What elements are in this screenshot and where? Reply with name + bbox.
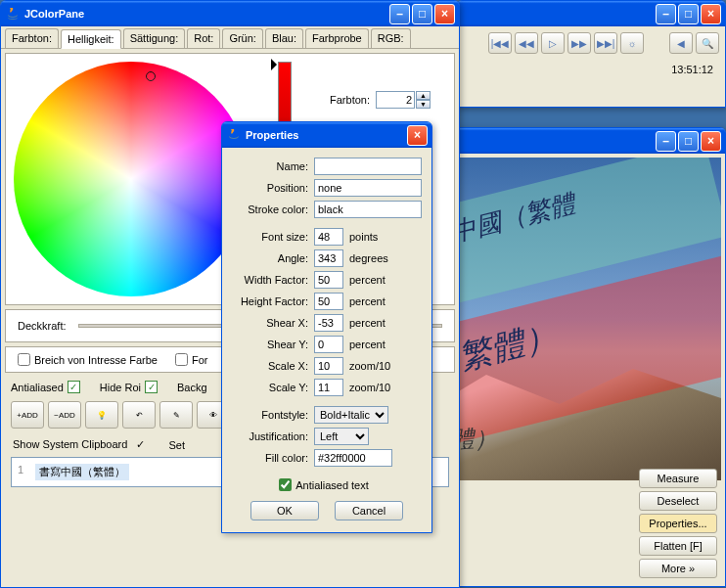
last-button[interactable]: ▶▶| xyxy=(594,32,617,54)
zoom-button[interactable]: 🔍 xyxy=(696,32,719,54)
media-window: – □ × |◀◀ ◀◀ ▷ ▶▶ ▶▶| ☼ ◀ 🔍 13:51:12 xyxy=(456,0,726,108)
height-unit: percent xyxy=(349,295,386,307)
height-label: Height Factor: xyxy=(232,295,308,307)
measure-button[interactable]: Measure xyxy=(639,469,717,488)
stroke-label: Stroke color: xyxy=(232,204,308,215)
name-label: Name: xyxy=(232,160,308,172)
deck-label: Deckkraft: xyxy=(18,320,67,332)
eyedropper-button[interactable]: ✎ xyxy=(159,401,193,429)
maximize-button[interactable]: □ xyxy=(412,4,432,24)
image-titlebar[interactable]: – □ × xyxy=(424,128,725,154)
add-button[interactable]: +ADD xyxy=(11,401,44,429)
tab-blau[interactable]: Blau: xyxy=(265,28,303,48)
fill-input[interactable] xyxy=(314,449,392,467)
ok-button[interactable]: OK xyxy=(250,501,319,520)
width-unit: percent xyxy=(349,274,386,286)
java-icon xyxy=(226,127,242,143)
remove-button[interactable]: −ADD xyxy=(48,401,81,429)
fontstyle-select[interactable]: Bold+Italic xyxy=(314,406,388,424)
roi-color-check[interactable]: Breich von Intresse Farbe xyxy=(18,353,158,366)
color-titlebar[interactable]: JColorPane – □ × xyxy=(1,1,459,26)
rewind-button[interactable]: ◀◀ xyxy=(515,32,538,54)
minimize-button[interactable]: – xyxy=(656,4,676,24)
undo-button[interactable]: ↶ xyxy=(122,401,156,429)
fill-label: Fill color: xyxy=(232,452,308,464)
tab-farbton[interactable]: Farbton: xyxy=(5,28,59,48)
sheary-input[interactable] xyxy=(314,336,343,353)
minimize-button[interactable]: – xyxy=(656,131,676,152)
shearx-unit: percent xyxy=(349,317,386,329)
tab-rgb[interactable]: RGB: xyxy=(371,28,411,48)
scaley-unit: zoom/10 xyxy=(349,382,390,393)
shearx-label: Shear X: xyxy=(232,317,308,329)
first-button[interactable]: |◀◀ xyxy=(488,32,512,54)
fontsize-input[interactable] xyxy=(314,228,343,246)
name-input[interactable] xyxy=(314,158,422,175)
hideroi-opt[interactable]: Hide Roi✓ xyxy=(100,381,158,393)
maximize-button[interactable]: □ xyxy=(678,131,699,152)
height-input[interactable] xyxy=(314,293,343,310)
speaker-button[interactable]: ◀ xyxy=(669,32,693,54)
fontstyle-label: Fontstyle: xyxy=(232,409,308,421)
angle-input[interactable] xyxy=(314,249,343,267)
scalex-unit: zoom/10 xyxy=(349,360,390,372)
java-icon xyxy=(5,6,21,22)
just-select[interactable]: Left xyxy=(314,428,369,445)
media-toolbar: |◀◀ ◀◀ ▷ ▶▶ ▶▶| ☼ ◀ 🔍 xyxy=(457,26,725,60)
position-label: Position: xyxy=(232,182,308,194)
antialiased-opt[interactable]: Antialiased✓ xyxy=(11,381,80,393)
properties-titlebar[interactable]: Properties × xyxy=(222,122,431,148)
tab-helligkeit[interactable]: Helligkeit: xyxy=(61,29,121,49)
color-wheel[interactable] xyxy=(14,62,249,296)
color-marker[interactable] xyxy=(146,71,156,81)
sheary-label: Shear Y: xyxy=(232,339,308,350)
image-action-buttons: Measure Deselect Properties... Flatten [… xyxy=(639,469,717,578)
tab-farbprobe[interactable]: Farbprobe xyxy=(305,28,369,48)
tab-rot[interactable]: Rot: xyxy=(187,28,220,48)
scalex-input[interactable] xyxy=(314,357,343,375)
close-button[interactable]: × xyxy=(407,125,428,146)
cancel-button[interactable]: Cancel xyxy=(335,501,403,520)
spin-down[interactable]: ▼ xyxy=(416,100,431,109)
close-button[interactable]: × xyxy=(434,4,455,24)
position-input[interactable] xyxy=(314,179,422,197)
media-titlebar[interactable]: – □ × xyxy=(457,1,725,26)
minimize-button[interactable]: – xyxy=(389,4,410,24)
set-label: Set xyxy=(168,439,185,451)
close-button[interactable]: × xyxy=(701,131,721,152)
scalex-label: Scale X: xyxy=(232,360,308,372)
close-button[interactable]: × xyxy=(701,4,721,24)
width-input[interactable] xyxy=(314,271,343,289)
backg-opt[interactable]: Backg xyxy=(177,381,207,393)
line-number: 1 xyxy=(18,464,23,480)
deselect-button[interactable]: Deselect xyxy=(639,491,717,511)
just-label: Justification: xyxy=(232,430,308,442)
scaley-input[interactable] xyxy=(314,379,343,396)
stroke-input[interactable] xyxy=(314,201,422,218)
color-tabs: Farbton: Helligkeit: Sättigung: Rot: Grü… xyxy=(1,26,459,49)
more-button[interactable]: More » xyxy=(639,559,717,578)
tab-gruen[interactable]: Grün: xyxy=(222,28,263,48)
bulb-button[interactable]: 💡 xyxy=(85,401,118,429)
play-button[interactable]: ▷ xyxy=(541,32,565,54)
for-check[interactable]: For xyxy=(175,353,208,366)
width-label: Width Factor: xyxy=(232,274,308,286)
farbton-label: Farbton: xyxy=(311,94,370,106)
text-content[interactable]: 書寫中國（繁體） xyxy=(35,464,129,480)
loop-button[interactable]: ☼ xyxy=(620,32,644,54)
fontsize-unit: points xyxy=(349,231,378,243)
farbton-input[interactable] xyxy=(376,91,415,109)
angle-label: Angle: xyxy=(232,252,308,264)
properties-button[interactable]: Properties... xyxy=(639,514,717,533)
fontsize-label: Font size: xyxy=(232,231,308,243)
spin-up[interactable]: ▲ xyxy=(416,91,431,100)
fastfwd-button[interactable]: ▶▶ xyxy=(567,32,591,54)
antialias-check[interactable]: Antialiased text xyxy=(279,478,369,491)
flatten-button[interactable]: Flatten [F] xyxy=(639,536,717,556)
clipboard-opt[interactable]: Show System Clipboard ✓ xyxy=(13,438,145,451)
tab-saettigung[interactable]: Sättigung: xyxy=(123,28,186,48)
shearx-input[interactable] xyxy=(314,314,343,332)
image-canvas[interactable]: 寫中國（繁體 （繁體） 繁體） xyxy=(428,158,721,480)
maximize-button[interactable]: □ xyxy=(678,4,699,24)
color-title: JColorPane xyxy=(24,8,387,20)
